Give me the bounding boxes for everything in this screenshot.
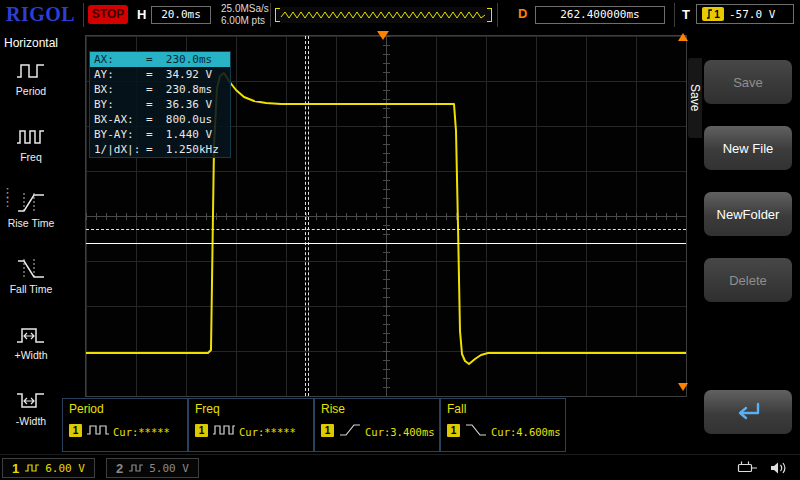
channel-badge: 1 (447, 424, 460, 437)
trigger-channel: 1 (714, 9, 720, 20)
channel-2-wave-icon (128, 463, 144, 473)
cursor-ax-line[interactable] (305, 36, 306, 396)
period-glyph-icon (86, 423, 110, 437)
measurement-rise[interactable]: Rise 1 Cur:3.400ms Avg:3.400ms Max:3.400… (314, 398, 440, 452)
horizontal-label: H (137, 7, 146, 22)
freq-glyph-icon (212, 423, 236, 437)
channel-2-indicator[interactable]: 2 5.00 V (106, 458, 199, 478)
cursor-by-line[interactable] (86, 243, 686, 244)
sidebar-item-label: +Width (0, 349, 62, 361)
run-state-badge[interactable]: STOP (88, 5, 128, 24)
divider (83, 3, 84, 27)
measurement-name: Freq (195, 402, 220, 416)
measurement-name: Period (69, 402, 104, 416)
status-bar: 1 6.00 V 2 5.00 V (0, 454, 800, 480)
cursor-ay-line[interactable] (86, 229, 686, 230)
channel-scale: 6.00 V (45, 462, 85, 475)
channel-badge: 1 (69, 424, 82, 437)
rise-time-icon (14, 190, 48, 216)
channel-1-indicator[interactable]: 1 6.00 V (2, 458, 95, 478)
sidebar-item-label: Freq (0, 151, 62, 163)
rise-glyph-icon (338, 423, 362, 437)
fall-time-icon (14, 256, 48, 282)
sidebar-item-minus-width[interactable]: -Width (0, 388, 62, 427)
sidebar-item-label: Rise Time (0, 217, 62, 229)
delete-button[interactable]: Delete (704, 258, 792, 302)
cursor-row: BY-AY: = 1.440 V (90, 127, 230, 142)
trigger-info[interactable]: 1 -57.0 V (696, 4, 794, 24)
return-arrow-icon (730, 400, 766, 424)
speaker-icon (769, 460, 788, 476)
cursor-row: BX: = 230.8ms (90, 82, 230, 97)
channel-badge: 1 (321, 424, 334, 437)
cursor-row: BY: = 36.36 V (90, 97, 230, 112)
channel-number: 2 (116, 461, 123, 476)
sidebar-item-freq[interactable]: Freq (0, 124, 62, 163)
measurement-period[interactable]: Period 1 Cur:***** Avg:***** Max:***** M… (62, 398, 188, 452)
cursor-bx-line[interactable] (308, 36, 309, 396)
trigger-level-marker[interactable] (678, 383, 688, 391)
channel-number: 1 (12, 461, 19, 476)
trigger-level: -57.0 V (729, 8, 775, 21)
usb-icon (737, 460, 758, 476)
rigol-logo: RIGOL (6, 3, 75, 26)
plus-width-icon (14, 322, 48, 348)
sidebar-item-fall-time[interactable]: Fall Time (0, 256, 62, 295)
sidebar-item-label: Fall Time (0, 283, 62, 295)
cursor-readout-panel: AX: = 230.0ms AY: = 34.92 V BX: = 230.8m… (89, 51, 231, 158)
preview-right-bracket[interactable] (487, 8, 492, 22)
measurement-bar: Period 1 Cur:***** Avg:***** Max:***** M… (62, 398, 688, 454)
edge-marker-top (678, 33, 688, 41)
save-button[interactable]: Save (704, 60, 792, 104)
cursor-row: BX-AX: = 800.0us (90, 112, 230, 127)
graticule: AX: = 230.0ms AY: = 34.92 V BX: = 230.8m… (85, 35, 687, 397)
divider (497, 3, 498, 27)
preview-left-bracket[interactable] (275, 8, 280, 22)
cursor-row: AX: = 230.0ms (90, 52, 230, 67)
sidebar-item-period[interactable]: Period (0, 58, 62, 97)
acquisition-info: 25.0MSa/s 6.00M pts (221, 3, 269, 27)
measurement-freq[interactable]: Freq 1 Cur:***** Avg:***** Max:***** Min… (188, 398, 314, 452)
display-area: AX: = 230.0ms AY: = 34.92 V BX: = 230.8m… (62, 30, 688, 398)
divider (674, 3, 675, 27)
trigger-source-badge[interactable]: 1 (702, 7, 724, 21)
sidebar-item-label: Period (0, 85, 62, 97)
freq-icon (14, 124, 48, 150)
right-menu: Save Save New File NewFolder Delete (688, 30, 800, 454)
new-file-button[interactable]: New File (704, 126, 792, 170)
menu-tab-save[interactable]: Save (688, 58, 702, 138)
sidebar-item-plus-width[interactable]: +Width (0, 322, 62, 361)
timebase-value[interactable]: 20.0ms (151, 6, 211, 24)
channel-scale: 5.00 V (149, 462, 189, 475)
new-folder-button[interactable]: NewFolder (704, 192, 792, 236)
channel-1-wave-icon (24, 463, 40, 473)
sidebar-item-label: -Width (0, 415, 62, 427)
memory-depth: 6.00M pts (221, 15, 269, 27)
preview-trace-icon (277, 7, 490, 23)
measurement-name: Fall (447, 402, 466, 416)
sample-rate: 25.0MSa/s (221, 3, 269, 15)
period-icon (14, 58, 48, 84)
measurement-name: Rise (321, 402, 345, 416)
fall-glyph-icon (464, 423, 488, 437)
delay-value[interactable]: 262.400000ms (535, 6, 665, 24)
left-menu-title: Horizontal (0, 36, 62, 50)
measurement-fall[interactable]: Fall 1 Cur:4.600ms Avg:4.600ms Max:4.600… (440, 398, 566, 452)
back-button[interactable] (704, 390, 792, 434)
left-menu: Horizontal Period Freq Rise Time Fall Ti… (0, 30, 62, 454)
channel-badge: 1 (195, 424, 208, 437)
trigger-label: T (682, 7, 690, 22)
rising-edge-icon (706, 9, 713, 19)
cursor-row: 1/|dX|: = 1.250kHz (90, 142, 230, 157)
menu-scroll-indicator: ⋮⋮ (1, 188, 14, 206)
top-bar: RIGOL STOP H 20.0ms 25.0MSa/s 6.00M pts … (0, 0, 800, 31)
waveform-preview[interactable] (277, 7, 490, 23)
cursor-row: AY: = 34.92 V (90, 67, 230, 82)
divider (270, 3, 271, 27)
trigger-position-marker[interactable] (377, 31, 389, 40)
delay-label: D (518, 6, 527, 21)
minus-width-icon (14, 388, 48, 414)
